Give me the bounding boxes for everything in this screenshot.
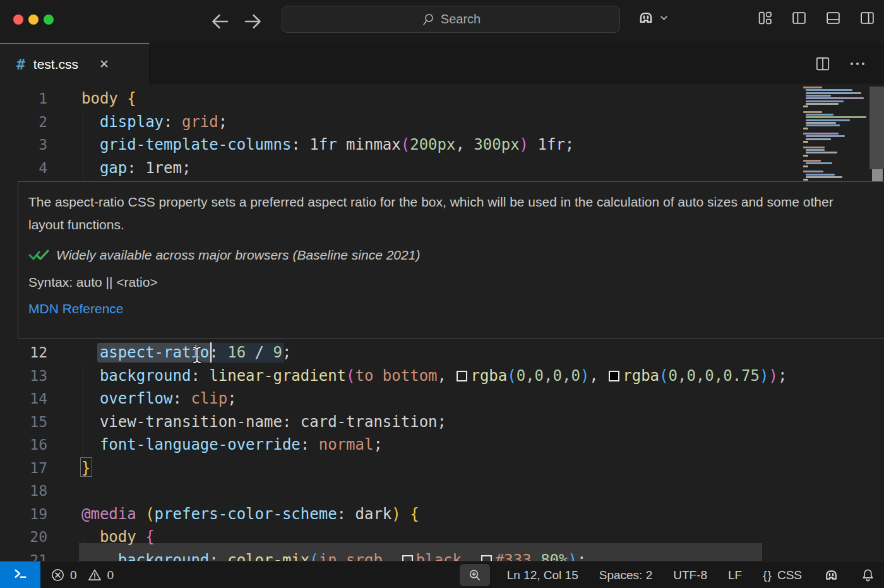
problems-status[interactable]: 0 0 bbox=[51, 568, 114, 582]
toggle-primary-sidebar-icon[interactable] bbox=[791, 10, 807, 26]
css-file-icon: # bbox=[16, 56, 25, 73]
line-number: 16 bbox=[0, 433, 47, 457]
copilot-menu-button[interactable] bbox=[636, 8, 669, 27]
vscode-window: Search bbox=[0, 0, 884, 588]
line-number: 12 bbox=[0, 341, 47, 364]
color-swatch[interactable] bbox=[457, 371, 467, 381]
code-line-19: @media (prefers-color-scheme: dark) { bbox=[81, 503, 419, 526]
baseline-text: Widely available across major browsers (… bbox=[56, 248, 420, 263]
scrollbar-thumb[interactable] bbox=[869, 87, 884, 169]
line-number: 1 bbox=[0, 87, 47, 111]
search-placeholder: Search bbox=[441, 12, 481, 27]
warning-icon bbox=[87, 568, 102, 582]
status-bar: 0 0 Ln 12, Col 15 Spac bbox=[0, 561, 884, 588]
color-swatch[interactable] bbox=[609, 371, 619, 381]
overview-ruler-cursor-mark bbox=[872, 169, 883, 182]
line-number: 21 bbox=[0, 549, 47, 561]
customize-layout-icon[interactable] bbox=[757, 10, 773, 26]
tab-title: test.css bbox=[33, 57, 78, 72]
remote-icon bbox=[13, 568, 27, 582]
code-line-4: gap: 1rem; bbox=[81, 157, 191, 180]
line-number: 14 bbox=[0, 387, 47, 411]
language-mode-status[interactable]: {} CSS bbox=[763, 568, 802, 582]
arrow-right-icon bbox=[242, 10, 265, 33]
tooltip-description: The aspect-ratio CSS property sets a pre… bbox=[28, 191, 871, 236]
code-line-15: view-transition-name: card-transition; bbox=[81, 411, 446, 434]
minimize-window-button[interactable] bbox=[28, 15, 39, 25]
line-number: 2 bbox=[0, 111, 47, 134]
error-icon bbox=[51, 568, 65, 582]
code-line-12: aspect-ratio: 16 / 9; bbox=[81, 341, 291, 364]
notifications-status[interactable] bbox=[861, 568, 875, 582]
baseline-check-icon bbox=[28, 247, 50, 263]
code-line-21: background: color-mix(in srgb, black, #3… bbox=[81, 549, 586, 561]
remote-indicator[interactable] bbox=[0, 561, 40, 588]
spaces-text: Spaces: 2 bbox=[599, 568, 653, 582]
code-line-16: font-language-override: normal; bbox=[81, 433, 383, 457]
zoom-status-button[interactable] bbox=[460, 564, 490, 586]
copilot-status[interactable] bbox=[823, 567, 840, 584]
navigate-back-button[interactable] bbox=[208, 10, 231, 33]
close-window-button[interactable] bbox=[13, 15, 23, 25]
code-line-1: body { bbox=[81, 87, 136, 111]
code-line-14: overflow: clip; bbox=[81, 387, 237, 411]
mouse-ibeam-cursor bbox=[191, 345, 203, 364]
bell-icon bbox=[861, 568, 875, 582]
braces-icon: {} bbox=[763, 568, 772, 582]
tab-test-css[interactable]: # test.css ✕ bbox=[0, 43, 150, 84]
navigate-forward-button[interactable] bbox=[242, 10, 265, 33]
line-col-text: Ln 12, Col 15 bbox=[507, 568, 578, 582]
eol-text: LF bbox=[728, 568, 742, 582]
command-center-search[interactable]: Search bbox=[282, 6, 620, 33]
line-number: 19 bbox=[0, 503, 47, 526]
color-swatch[interactable] bbox=[402, 555, 413, 561]
text-caret bbox=[210, 342, 212, 363]
color-swatch[interactable] bbox=[481, 555, 492, 561]
eol-status[interactable]: LF bbox=[728, 568, 742, 582]
line-number: 13 bbox=[0, 364, 47, 388]
split-editor-icon[interactable] bbox=[815, 56, 831, 72]
code-line-13: background: linear-gradient(to bottom, r… bbox=[81, 364, 787, 388]
search-icon bbox=[421, 13, 435, 27]
encoding-status[interactable]: UTF-8 bbox=[673, 568, 707, 582]
tooltip-syntax: Syntax: auto || <ratio> bbox=[28, 275, 871, 290]
language-text: CSS bbox=[777, 568, 802, 582]
toggle-panel-icon[interactable] bbox=[825, 10, 841, 26]
indentation-status[interactable]: Spaces: 2 bbox=[599, 568, 653, 582]
line-number: 15 bbox=[0, 411, 47, 434]
title-bar: Search bbox=[0, 0, 884, 43]
code-line-2: display: grid; bbox=[81, 111, 227, 134]
zoom-window-button[interactable] bbox=[44, 15, 54, 25]
hover-tooltip: The aspect-ratio CSS property sets a pre… bbox=[18, 181, 884, 339]
toggle-secondary-sidebar-icon[interactable] bbox=[859, 10, 875, 26]
code-line-3: grid-template-columns: 1fr minmax(200px,… bbox=[81, 133, 574, 157]
zoom-in-icon bbox=[468, 568, 482, 582]
line-number: 20 bbox=[0, 525, 47, 549]
bracket-match-box bbox=[80, 457, 92, 477]
more-actions-icon[interactable] bbox=[849, 56, 866, 72]
line-number: 4 bbox=[0, 157, 47, 180]
encoding-text: UTF-8 bbox=[673, 568, 707, 582]
error-count: 0 bbox=[70, 568, 77, 582]
chevron-down-icon bbox=[659, 13, 669, 23]
mdn-reference-link[interactable]: MDN Reference bbox=[28, 301, 871, 316]
code-line-20: body { bbox=[81, 525, 155, 549]
cursor-position-status[interactable]: Ln 12, Col 15 bbox=[507, 568, 578, 582]
line-number: 3 bbox=[0, 133, 47, 157]
warning-count: 0 bbox=[107, 568, 114, 582]
close-tab-icon[interactable]: ✕ bbox=[99, 57, 109, 71]
line-number: 18 bbox=[0, 479, 47, 503]
copilot-icon bbox=[823, 567, 840, 584]
minimap[interactable] bbox=[802, 87, 868, 181]
copilot-icon bbox=[636, 8, 655, 27]
tab-bar: # test.css ✕ bbox=[0, 43, 884, 84]
line-number: 17 bbox=[0, 457, 47, 480]
arrow-left-icon bbox=[208, 10, 231, 33]
